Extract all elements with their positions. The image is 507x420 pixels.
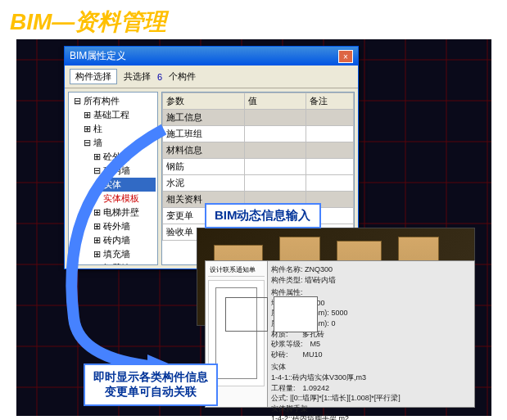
tree-root[interactable]: ⊟ 所有构件 [70,94,156,108]
tab-component-select[interactable]: 构件选择 [70,69,117,84]
dialog-title: BIM属性定义 [70,49,126,63]
callout-realtime: 即时显示各类构件信息 变更单可自动关联 [84,364,218,406]
grid-header: 备注 [306,93,353,110]
dialog-toolbar: 构件选择 共选择 6 个构件 [65,65,358,88]
count-label: 共选择 [124,70,151,83]
main-canvas: BIM属性定义 × 构件选择 共选择 6 个构件 ⊟ 所有构件 ⊞ 基础工程 ⊞… [16,39,491,416]
tree-item[interactable]: ⊞ 基础工程 [80,108,156,122]
component-info-panel: 设计联系通知单 构件名称: ZNQ300 构件类型: 墙\砖内墙 构件属性: 墙… [205,260,475,408]
close-icon[interactable]: × [338,50,353,63]
slide-title: BIM—资料管理 [0,0,507,44]
count-unit: 个构件 [169,70,196,83]
arrow-icon [41,121,205,383]
grid-header: 值 [244,93,306,110]
info-text: 构件名称: ZNQ300 构件类型: 墙\砖内墙 构件属性: 墙厚(mm): 3… [268,261,474,407]
grid-header: 参数 [163,93,245,110]
callout-bim-input: BIM动态信息输入 [205,203,321,228]
drawing-header: 设计联系通知单 [208,264,265,277]
dialog-titlebar[interactable]: BIM属性定义 × [65,47,358,65]
count-value: 6 [157,72,162,82]
